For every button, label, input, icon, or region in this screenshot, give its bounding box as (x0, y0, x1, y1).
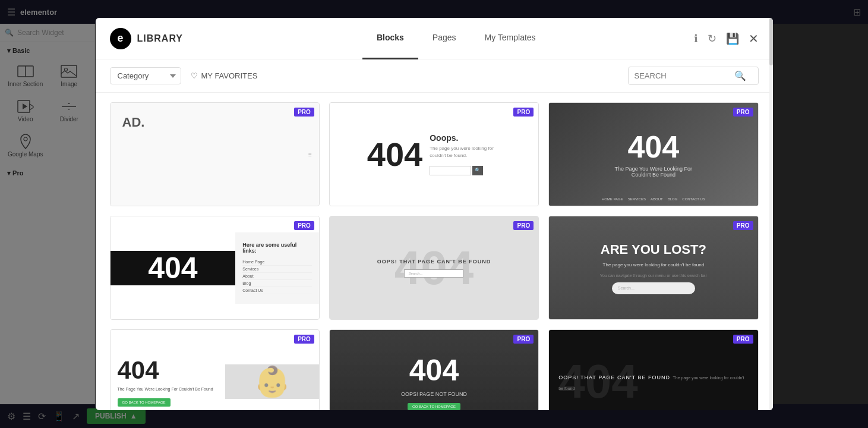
card4-right: Here are some useful links: Home Page Se… (235, 232, 319, 304)
ad-text: AD. (122, 115, 145, 130)
card8-button: GO BACK TO HOMEPAGE (408, 403, 460, 410)
card-preview-5: 404 OOPS! THAT PAGE CAN'T BE FOUND Searc… (330, 216, 538, 319)
template-card-5[interactable]: PRO 404 OOPS! THAT PAGE CAN'T BE FOUND S… (329, 216, 539, 320)
pro-badge-1: PRO (294, 108, 314, 117)
template-card-7[interactable]: PRO 404 The Page You Were Looking For Co… (110, 329, 320, 410)
card4-left: 404 (111, 251, 236, 285)
pro-badge-6: PRO (733, 221, 753, 230)
card2-title: Ooops. (430, 133, 501, 143)
card2-input (430, 166, 471, 175)
pro-badge-5: PRO (513, 221, 534, 230)
card5-content: OOPS! THAT PAGE CAN'T BE FOUND Search... (377, 259, 491, 278)
card-preview-9: 404 OOPS! THAT PAGE CAN'T BE FOUND The p… (549, 330, 757, 410)
search-input[interactable] (635, 71, 730, 80)
card8-title: OOPS! PAGE NOT FOUND (401, 391, 467, 397)
library-modal: e LIBRARY Blocks Pages My Templates ℹ ↻ … (96, 18, 773, 410)
template-card-2[interactable]: PRO 404 Ooops. The page you were looking… (329, 102, 539, 206)
template-card-6[interactable]: PRO ARE YOU LOST? The page you were look… (548, 216, 758, 320)
tab-my-templates[interactable]: My Templates (471, 18, 550, 59)
info-icon[interactable]: ℹ (694, 32, 698, 45)
close-modal-button[interactable]: ✕ (749, 33, 759, 45)
refresh-icon[interactable]: ↻ (708, 32, 717, 45)
pro-badge-7: PRO (294, 335, 314, 344)
category-select[interactable]: Category All 404 About Blog Contact (110, 67, 181, 84)
card4-link-1: Home Page (242, 259, 312, 266)
card-preview-8: 404 OOPS! PAGE NOT FOUND GO BACK TO HOME… (330, 330, 538, 410)
pro-badge-3: PRO (733, 108, 753, 117)
card7-button: GO BACK TO HOMEPAGE (118, 398, 171, 407)
card6-title: ARE YOU LOST? (601, 242, 706, 257)
card8-number: 404 (409, 353, 459, 388)
card5-title: OOPS! THAT PAGE CAN'T BE FOUND (377, 259, 491, 265)
template-card-8[interactable]: PRO 404 OOPS! PAGE NOT FOUND GO BACK TO … (329, 329, 539, 410)
card4-link-3: About (242, 273, 312, 280)
card4-number: 404 (148, 251, 197, 285)
tab-blocks[interactable]: Blocks (362, 18, 418, 59)
search-icon: 🔍 (734, 70, 746, 81)
pro-badge-9: PRO (733, 335, 753, 344)
card-preview-2: 404 Ooops. The page you were looking for… (330, 103, 538, 206)
scrollbar-thumb (769, 18, 773, 65)
card7-number: 404 (118, 356, 218, 385)
filter-bar: Category All 404 About Blog Contact ♡ MY… (96, 59, 773, 93)
card4-link-4: Blog (242, 280, 312, 287)
ad-icon: ≡ (308, 151, 312, 158)
card4-right-title: Here are some useful links: (242, 242, 312, 254)
modal-tabs: Blocks Pages My Templates (219, 18, 693, 59)
library-title: LIBRARY (137, 33, 184, 44)
search-box[interactable]: 🔍 (628, 67, 759, 85)
card2-desc: The page you were looking for couldn't b… (430, 145, 501, 158)
card5-search: Search... (404, 269, 463, 278)
modal-body: Category All 404 About Blog Contact ♡ MY… (96, 59, 773, 410)
card3-number: 404 (627, 131, 679, 162)
card4-link-2: Services (242, 266, 312, 273)
card3-subtitle: The Page You Were Looking ForCouldn't Be… (615, 166, 692, 178)
card6-nav-hint: You can navigate through our menu or use… (600, 273, 707, 278)
tab-pages[interactable]: Pages (418, 18, 471, 59)
card9-content: OOPS! THAT PAGE CAN'T BE FOUND The page … (558, 371, 748, 392)
modal-header: e LIBRARY Blocks Pages My Templates ℹ ↻ … (96, 18, 773, 59)
card-preview-1: AD. ≡ (111, 103, 319, 206)
template-card-9[interactable]: PRO 404 OOPS! THAT PAGE CAN'T BE FOUND T… (548, 329, 758, 410)
card2-btn: 🔍 (472, 166, 483, 175)
template-card-4[interactable]: PRO 404 Here are some useful links: Home… (110, 216, 320, 320)
card-preview-3: 404 The Page You Were Looking ForCouldn'… (549, 103, 757, 206)
card6-search: Search... (612, 282, 695, 294)
card-preview-6: ARE YOU LOST? The page you were looking … (549, 216, 757, 319)
save-template-icon[interactable]: 💾 (726, 32, 739, 45)
pro-badge-2: PRO (513, 108, 534, 117)
modal-header-actions: ℹ ↻ 💾 ✕ (694, 32, 759, 45)
card7-image: 👶 (225, 364, 319, 399)
pro-badge-4: PRO (294, 221, 314, 230)
pro-badge-8: PRO (513, 335, 534, 344)
card-preview-7: 404 The Page You Were Looking For Couldn… (111, 330, 319, 410)
template-card-1[interactable]: PRO AD. ≡ (110, 102, 320, 206)
card2-right: Ooops. The page you were looking for cou… (430, 133, 501, 175)
card7-left: 404 The Page You Were Looking For Couldn… (111, 347, 225, 410)
card7-title: The Page You Were Looking For Couldn't B… (118, 387, 218, 391)
card6-sub: The page you were looking for couldn't b… (603, 262, 705, 268)
modal-overlay: e LIBRARY Blocks Pages My Templates ℹ ↻ … (0, 0, 868, 428)
card4-link-5: Contact Us (242, 287, 312, 294)
card3-nav: HOME PAGE SERVICES ABOUT BLOG CONTACT US (549, 197, 757, 201)
card9-title: OOPS! THAT PAGE CAN'T BE FOUND (558, 374, 670, 380)
card2-search: 🔍 (430, 166, 501, 175)
templates-grid: PRO AD. ≡ PRO 404 Ooops. The page you we… (96, 93, 773, 410)
modal-logo: e (110, 28, 131, 49)
favorites-button[interactable]: ♡ MY FAVORITES (191, 71, 258, 80)
heart-icon: ♡ (191, 71, 198, 80)
template-card-3[interactable]: PRO 404 The Page You Were Looking ForCou… (548, 102, 758, 206)
card2-number: 404 (367, 138, 422, 171)
card-preview-4: 404 Here are some useful links: Home Pag… (111, 216, 319, 319)
favorites-label: MY FAVORITES (201, 71, 258, 80)
modal-scrollbar[interactable] (769, 18, 773, 410)
